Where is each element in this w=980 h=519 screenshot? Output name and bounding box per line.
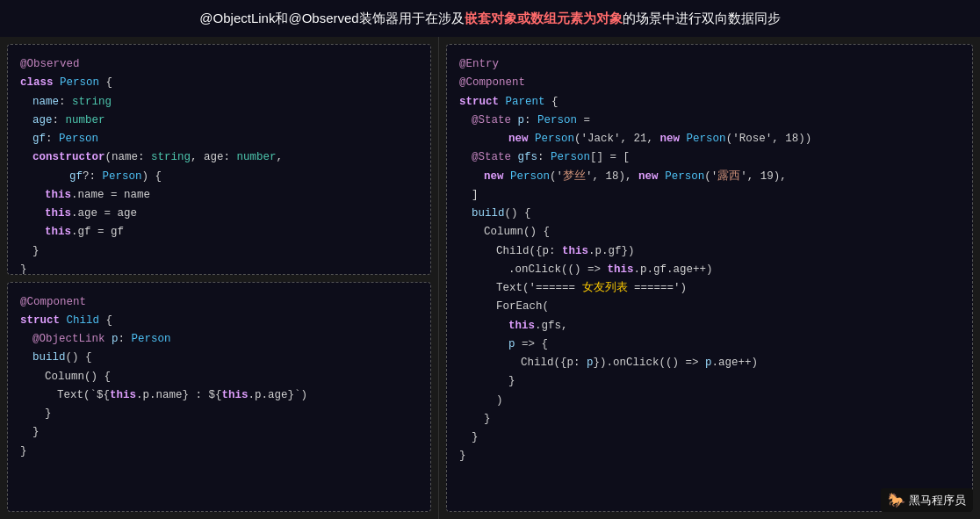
line-constructor-gf: gf?: Person) { bbox=[20, 168, 418, 186]
line-component-deco: @Component bbox=[20, 293, 418, 312]
line-close-struct2: } bbox=[459, 447, 960, 465]
line-close-foreach: ) bbox=[459, 392, 960, 410]
line-decorator: @Observed bbox=[20, 55, 418, 74]
line-close-build: } bbox=[20, 423, 418, 442]
line-close-struct: } bbox=[20, 443, 418, 461]
line-struct-child: struct Child { bbox=[20, 312, 418, 330]
line-onclick: .onClick(() => this.p.gf.age++) bbox=[459, 261, 960, 279]
top-bar-text: @ObjectLink和@Observed装饰器用于在涉及嵌套对象或数组元素为对… bbox=[199, 11, 780, 27]
line-entry: @Entry bbox=[459, 55, 960, 74]
line-class: class Person { bbox=[20, 74, 418, 92]
code-block-person: @Observed class Person { name: string ag… bbox=[7, 44, 431, 275]
line-objectlink: @ObjectLink p: Person bbox=[20, 330, 418, 349]
line-close-column2: } bbox=[459, 410, 960, 429]
line-component2: @Component bbox=[459, 74, 960, 92]
code-block-parent: @Entry @Component struct Parent { @State… bbox=[446, 44, 973, 512]
line-this-name: this.name = name bbox=[20, 186, 418, 205]
line-child-p: Child({p: this.p.gf}) bbox=[459, 242, 960, 261]
line-child-p2: Child({p: p}).onClick(() => p.age++) bbox=[459, 354, 960, 372]
line-column: Column() { bbox=[20, 368, 418, 386]
main-content: @Observed class Person { name: string ag… bbox=[0, 37, 980, 519]
line-arrow: p => { bbox=[459, 335, 960, 354]
line-gf: gf: Person bbox=[20, 130, 418, 148]
line-new-meng: new Person('梦丝', 18), new Person('露西', 1… bbox=[459, 168, 960, 186]
line-name: name: string bbox=[20, 93, 418, 112]
horse-icon: 🐎 bbox=[888, 492, 905, 508]
right-panel: @Entry @Component struct Parent { @State… bbox=[439, 37, 980, 519]
line-close-constructor: } bbox=[20, 242, 418, 261]
top-bar: @ObjectLink和@Observed装饰器用于在涉及嵌套对象或数组元素为对… bbox=[0, 0, 980, 37]
line-bracket: ] bbox=[459, 186, 960, 205]
line-text2: Text('====== 女友列表 ======') bbox=[459, 279, 960, 298]
line-new-person: new Person('Jack', 21, new Person('Rose'… bbox=[459, 130, 960, 148]
watermark: 🐎 黑马程序员 bbox=[881, 488, 973, 512]
code-block-child: @Component struct Child { @ObjectLink p:… bbox=[7, 282, 431, 513]
line-constructor-sig: constructor(name: string, age: number, bbox=[20, 148, 418, 167]
line-this-age: this.age = age bbox=[20, 205, 418, 223]
line-text: Text(`${this.p.name} : ${this.p.age}`) bbox=[20, 386, 418, 405]
line-build2: build() { bbox=[459, 205, 960, 223]
line-state-gfs: @State gfs: Person[] = [ bbox=[459, 148, 960, 167]
line-close-arrow: } bbox=[459, 372, 960, 391]
watermark-text: 黑马程序员 bbox=[909, 493, 966, 508]
line-age: age: number bbox=[20, 112, 418, 130]
line-close-build2: } bbox=[459, 429, 960, 447]
line-column2: Column() { bbox=[459, 223, 960, 241]
line-close-column: } bbox=[20, 405, 418, 423]
line-this-gf: this.gf = gf bbox=[20, 223, 418, 241]
line-foreach: ForEach( bbox=[459, 298, 960, 316]
line-build: build() { bbox=[20, 349, 418, 367]
line-state-p: @State p: Person = bbox=[459, 112, 960, 130]
line-close-class: } bbox=[20, 261, 418, 275]
left-panel: @Observed class Person { name: string ag… bbox=[0, 37, 439, 519]
line-this-gfs: this.gfs, bbox=[459, 317, 960, 335]
line-struct-parent: struct Parent { bbox=[459, 93, 960, 112]
